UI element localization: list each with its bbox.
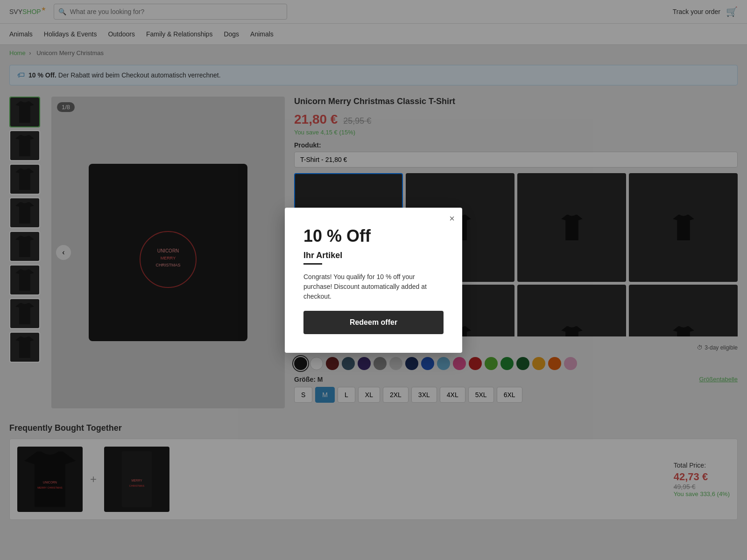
- modal-overlay[interactable]: × 10 % Off Ihr Artikel Congrats! You qua…: [0, 0, 747, 527]
- modal-dialog: × 10 % Off Ihr Artikel Congrats! You qua…: [285, 208, 462, 353]
- modal-subtitle: Ihr Artikel: [303, 251, 444, 260]
- modal-close-button[interactable]: ×: [449, 213, 455, 224]
- modal-underline: [303, 263, 322, 265]
- modal-title: 10 % Off: [303, 226, 444, 246]
- modal-description: Congrats! You qualify for 10 % off your …: [303, 272, 444, 301]
- redeem-offer-button[interactable]: Redeem offer: [303, 311, 444, 334]
